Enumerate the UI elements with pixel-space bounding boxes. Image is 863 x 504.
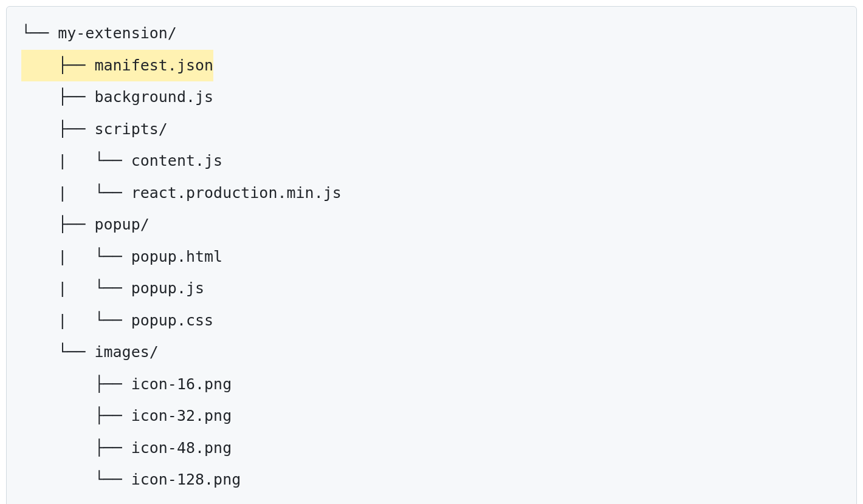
tree-prefix: | └── xyxy=(21,152,131,169)
tree-line: | └── content.js xyxy=(21,145,842,177)
tree-entry-name: popup.js xyxy=(131,279,204,297)
tree-line: | └── popup.css xyxy=(21,305,842,337)
tree-line: | └── popup.html xyxy=(21,241,842,273)
tree-line: | └── react.production.min.js xyxy=(21,177,842,209)
tree-line: ├── popup/ xyxy=(21,209,842,241)
tree-line: ├── icon-32.png xyxy=(21,400,842,432)
tree-prefix: ├── xyxy=(21,88,94,106)
tree-prefix: ├── xyxy=(21,375,131,393)
tree-prefix: | └── xyxy=(21,184,131,202)
tree-entry-name: icon-16.png xyxy=(131,375,232,393)
tree-prefix: └── xyxy=(21,343,94,361)
tree-prefix: ├── xyxy=(21,56,94,74)
highlighted-entry: ├── manifest.json xyxy=(21,50,213,82)
tree-prefix: | └── xyxy=(21,312,131,329)
tree-line: ├── icon-16.png xyxy=(21,369,842,401)
tree-line: | └── popup.js xyxy=(21,273,842,305)
tree-entry-name: manifest.json xyxy=(94,56,213,74)
tree-prefix: ├── xyxy=(21,120,94,138)
tree-line: └── images/ xyxy=(21,336,842,369)
tree-prefix: └── xyxy=(21,24,58,42)
tree-entry-name: icon-128.png xyxy=(131,471,241,488)
tree-line: ├── background.js xyxy=(21,81,842,114)
tree-line: ├── scripts/ xyxy=(21,114,842,146)
tree-line: ├── manifest.json xyxy=(21,50,842,82)
file-tree-block: └── my-extension/ ├── manifest.json ├── … xyxy=(6,6,857,504)
tree-entry-name: scripts/ xyxy=(94,120,167,138)
tree-prefix: ├── xyxy=(21,216,94,233)
tree-prefix: | └── xyxy=(21,248,131,265)
tree-entry-name: react.production.min.js xyxy=(131,184,342,202)
tree-entry-name: popup.html xyxy=(131,248,223,265)
tree-line: └── my-extension/ xyxy=(21,18,842,50)
tree-line: ├── icon-48.png xyxy=(21,432,842,465)
tree-entry-name: popup.css xyxy=(131,312,213,329)
tree-prefix: ├── xyxy=(21,439,131,457)
tree-entry-name: icon-48.png xyxy=(131,439,232,457)
tree-entry-name: images/ xyxy=(94,343,158,361)
tree-entry-name: popup/ xyxy=(94,216,149,233)
tree-entry-name: content.js xyxy=(131,152,223,169)
tree-prefix: ├── xyxy=(21,407,131,424)
tree-prefix: | └── xyxy=(21,279,131,297)
tree-entry-name: background.js xyxy=(94,88,213,106)
tree-entry-name: icon-32.png xyxy=(131,407,232,424)
tree-line: └── icon-128.png xyxy=(21,464,842,496)
tree-entry-name: my-extension/ xyxy=(58,24,177,42)
tree-prefix: └── xyxy=(21,471,131,488)
